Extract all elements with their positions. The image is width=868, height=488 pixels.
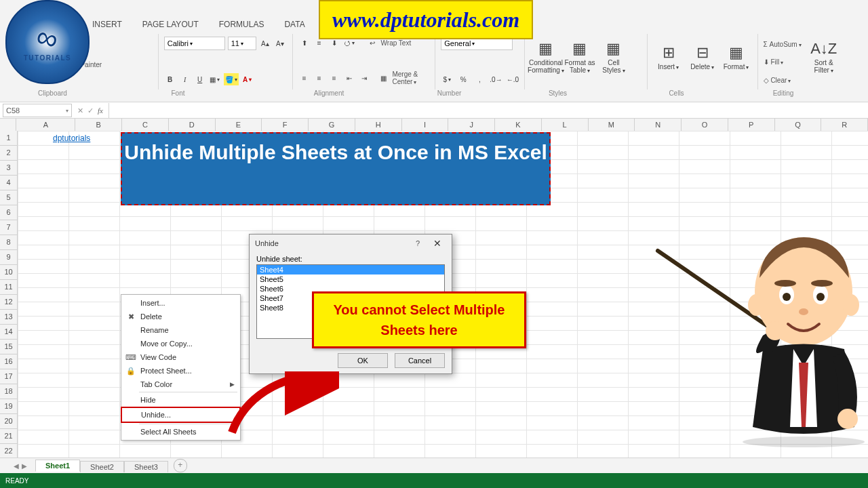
col-header[interactable]: O — [682, 119, 728, 131]
row-header[interactable]: 19 — [0, 399, 18, 414]
row-header[interactable]: 18 — [0, 384, 18, 399]
row-header[interactable]: 3 — [0, 161, 18, 176]
ctx-hide[interactable]: Hide — [121, 393, 240, 407]
ok-button[interactable]: OK — [338, 353, 388, 368]
tab-data[interactable]: DATA — [280, 17, 309, 33]
font-size-combo[interactable]: 11 — [228, 37, 256, 50]
autosum-button[interactable]: Σ AutoSum — [764, 41, 802, 48]
col-header[interactable]: R — [821, 119, 868, 131]
fx-icon[interactable]: fx — [98, 106, 103, 115]
row-header[interactable]: 14 — [0, 325, 18, 340]
font-name-combo[interactable]: Calibri — [164, 37, 225, 50]
col-header[interactable]: J — [448, 119, 495, 131]
next-sheet-icon[interactable]: ▶ — [22, 462, 27, 470]
merge-center-button[interactable]: Merge & Center — [392, 70, 429, 85]
ctx-view-code[interactable]: ⌨View Code — [121, 350, 240, 364]
decrease-font-icon[interactable]: A▾ — [274, 37, 286, 49]
row-header[interactable]: 4 — [0, 176, 18, 190]
dialog-help-icon[interactable]: ? — [408, 239, 427, 247]
increase-indent-icon[interactable]: ⇥ — [358, 72, 370, 84]
format-cells-button[interactable]: ▦Format — [721, 35, 752, 79]
row-header[interactable]: 20 — [0, 414, 18, 429]
cell-styles-button[interactable]: ▦Cell Styles — [598, 35, 629, 79]
fill-color-button[interactable]: 🪣 — [224, 73, 239, 85]
col-header[interactable]: A — [16, 119, 75, 131]
col-header[interactable]: M — [589, 119, 635, 131]
underline-button[interactable]: U — [194, 73, 206, 85]
ctx-protect-sheet[interactable]: 🔒Protect Sheet... — [121, 364, 240, 378]
row-header[interactable]: 13 — [0, 310, 18, 325]
list-item[interactable]: Sheet5 — [257, 274, 444, 284]
ctx-delete[interactable]: ✖Delete — [121, 310, 240, 323]
dialog-close-icon[interactable]: ✕ — [427, 238, 448, 249]
column-headers[interactable]: ABCDEFGHIJKLMNOPQR — [0, 119, 868, 131]
format-as-table-button[interactable]: ▦Format as Table — [564, 35, 595, 79]
cancel-button[interactable]: Cancel — [395, 353, 445, 368]
align-top-icon[interactable]: ⬆ — [298, 37, 311, 49]
sheet-tab-sheet1[interactable]: Sheet1 — [35, 460, 80, 472]
row-header[interactable]: 1 — [0, 131, 18, 146]
col-header[interactable]: Q — [775, 119, 822, 131]
decrease-decimal-button[interactable]: ←.0 — [507, 73, 519, 85]
increase-decimal-button[interactable]: .0→ — [490, 73, 502, 85]
row-header[interactable]: 17 — [0, 369, 18, 384]
row-header[interactable]: 16 — [0, 354, 18, 369]
col-header[interactable]: H — [355, 119, 402, 131]
row-header[interactable]: 15 — [0, 340, 18, 354]
sheet-nav[interactable]: ◀▶ — [14, 462, 27, 470]
name-box[interactable]: C58 — [3, 104, 72, 117]
enter-formula-icon[interactable]: ✓ — [87, 106, 94, 115]
row-header[interactable]: 22 — [0, 444, 18, 459]
sheet-tab-sheet2[interactable]: Sheet2 — [80, 461, 124, 472]
cancel-formula-icon[interactable]: ✕ — [77, 106, 83, 115]
bold-button[interactable]: B — [164, 73, 176, 85]
row-header[interactable]: 10 — [0, 265, 18, 280]
row-header[interactable]: 2 — [0, 146, 18, 161]
fill-button[interactable]: ⬇ Fill — [764, 58, 802, 66]
col-header[interactable]: I — [402, 119, 449, 131]
row-header[interactable]: 9 — [0, 250, 18, 265]
col-header[interactable]: N — [635, 119, 682, 131]
ctx-rename[interactable]: Rename — [121, 323, 240, 337]
col-header[interactable] — [0, 119, 16, 131]
row-header[interactable]: 12 — [0, 295, 18, 310]
tab-page-layout[interactable]: PAGE LAYOUT — [138, 17, 203, 33]
insert-cells-button[interactable]: ⊞Insert — [653, 35, 684, 79]
sort-filter-button[interactable]: A↓ZSort & Filter — [808, 35, 840, 79]
font-color-button[interactable]: A — [241, 73, 254, 85]
row-header[interactable]: 6 — [0, 205, 18, 220]
wrap-text-button[interactable]: Wrap Text — [381, 39, 412, 47]
sheet-tab-sheet3[interactable]: Sheet3 — [124, 461, 168, 472]
col-header[interactable]: L — [542, 119, 589, 131]
prev-sheet-icon[interactable]: ◀ — [14, 462, 19, 470]
row-header[interactable]: 11 — [0, 280, 18, 295]
col-header[interactable]: E — [216, 119, 262, 131]
ctx-move-copy[interactable]: Move or Copy... — [121, 337, 240, 350]
decrease-indent-icon[interactable]: ⇤ — [343, 72, 355, 84]
tab-formulas[interactable]: FORMULAS — [215, 17, 269, 33]
ctx-tab-color[interactable]: Tab Color▶ — [121, 378, 240, 391]
border-button[interactable]: ▦ — [209, 73, 221, 85]
clear-button[interactable]: ◇ Clear — [764, 77, 802, 84]
align-right-icon[interactable]: ≡ — [328, 72, 340, 84]
col-header[interactable]: P — [728, 119, 775, 131]
col-header[interactable]: D — [169, 119, 216, 131]
conditional-formatting-button[interactable]: ▦Conditional Formatting — [530, 35, 561, 79]
ctx-unhide[interactable]: Unhide... — [121, 407, 241, 423]
tab-insert[interactable]: INSERT — [88, 17, 126, 33]
row-headers[interactable]: 1234567891011121314151617181920212223 — [0, 131, 18, 458]
ctx-select-all-sheets[interactable]: Select All Sheets — [121, 425, 240, 439]
accounting-format-button[interactable]: $ — [441, 73, 453, 85]
row-header[interactable]: 7 — [0, 220, 18, 235]
col-header[interactable]: G — [309, 119, 355, 131]
col-header[interactable]: F — [262, 119, 309, 131]
cell-b2-link[interactable]: dptutorials — [53, 134, 90, 143]
italic-button[interactable]: I — [179, 73, 191, 85]
ctx-insert[interactable]: Insert... — [121, 296, 240, 310]
delete-cells-button[interactable]: ⊟Delete — [687, 35, 718, 79]
dialog-titlebar[interactable]: Unhide ? ✕ — [250, 235, 452, 252]
percent-button[interactable]: % — [457, 73, 469, 85]
align-left-icon[interactable]: ≡ — [298, 72, 311, 84]
row-header[interactable]: 8 — [0, 235, 18, 250]
col-header[interactable]: C — [122, 119, 169, 131]
